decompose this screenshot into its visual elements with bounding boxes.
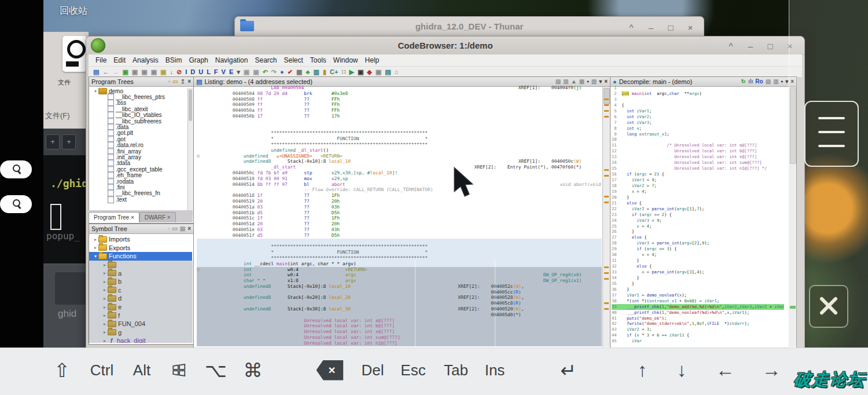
listing-row[interactable]: ****************************************… [197, 255, 602, 261]
tree-item-.bss[interactable]: .bss [89, 100, 186, 106]
tree-item-.got[interactable]: .got [89, 136, 186, 142]
program-tree-vscrollbar[interactable] [187, 88, 193, 217]
decompiler-line[interactable]: 8 int x; [612, 126, 784, 131]
toolbar-icon[interactable]: ▣ [141, 68, 147, 76]
tree-item-.eh_frame[interactable]: .eh_frame [89, 172, 186, 178]
listing-row[interactable]: Unresolved local var: int sum@[???] [197, 335, 602, 341]
tree-item-.data[interactable]: .data [89, 124, 186, 130]
listing-row[interactable]: 004005c8(R) [197, 301, 602, 306]
toolbar-icon[interactable]: ▣ [160, 68, 166, 76]
decompiler-line[interactable]: 5 int iVar1; [612, 108, 784, 114]
key-esc[interactable]: Esc [400, 348, 425, 392]
tree-item-.init_array[interactable]: .init_array [89, 154, 186, 160]
menu-file[interactable]: File [92, 56, 110, 64]
listing-row[interactable]: LAB_00400504 XREF[1]: 004004f0(j) [197, 85, 602, 91]
tree-item-__libc_IO_vtables[interactable]: __libc_IO_vtables [89, 112, 186, 118]
program-trees-header[interactable]: Program Trees ▫▭↥× [89, 77, 193, 87]
toolbar-icon[interactable]: ▣ [122, 68, 128, 76]
file-manager-icon[interactable] [62, 36, 87, 72]
toolbar-icon[interactable]: V [222, 68, 226, 76]
decompiler-line[interactable]: 15 Unresolved local var: int n1@[???] */ [612, 166, 784, 171]
tab-programtree[interactable]: Program Tree × [89, 212, 139, 222]
program-trees-header-icon[interactable]: ▭ [172, 78, 178, 85]
decompiler-line[interactable]: 19 x = 4; [612, 189, 784, 195]
tree-item-__libc_freeres_fn[interactable]: __libc_freeres_fn [89, 191, 186, 196]
tree-item-f[interactable]: ▸f [89, 311, 192, 320]
key-tab[interactable]: Tab [444, 348, 468, 392]
toolbar-icon[interactable]: I [185, 68, 187, 76]
toolbar-icon[interactable]: F [214, 68, 218, 76]
tree-item-.data.rel.ro[interactable]: .data.rel.ro [89, 142, 186, 148]
listing-row[interactable]: Unresolved local var: int n1@[???] [197, 341, 602, 346]
decompiler-line[interactable]: 9 long extraout_x1; [612, 131, 784, 137]
listing-row[interactable]: 0040051b d5 ?? D5h [197, 210, 602, 216]
toolbar-icon[interactable]: ▤ [93, 68, 99, 76]
tree-item-hack_digit[interactable]: ▸ƒhack_digit [89, 337, 192, 343]
listing-header-icon[interactable]: ▤ [556, 78, 561, 85]
tab-dwarf[interactable]: DWARF × [139, 212, 176, 222]
toolbar-icon[interactable]: ◆ [367, 68, 372, 76]
menu-bsim[interactable]: BSim [162, 56, 186, 64]
listing-row[interactable]: 0040051c 1f ?? 1Fh [197, 215, 602, 221]
tree-item-__libc_atexit[interactable]: __libc_atexit [89, 106, 186, 112]
menu-tools[interactable]: Tools [307, 56, 330, 64]
decompiler-header-icon[interactable]: ılı [748, 78, 753, 85]
window-control-minimize[interactable]: – [646, 23, 656, 32]
decompiler-line[interactable]: 30 x = 4; [612, 252, 784, 258]
key-backspace[interactable]: ✕ [317, 348, 344, 392]
listing-row[interactable] [197, 239, 602, 244]
floating-touch-button[interactable] [0, 160, 32, 178]
toolbar-icon[interactable]: ↷ [271, 68, 277, 76]
listing-row[interactable]: ⊟ undefined ▲<UNASSIGNED> <RETURN> [197, 153, 602, 159]
listing-row[interactable]: 00400510 fd 03 00 91 mov x29,sp [197, 176, 602, 182]
window-control-shade[interactable]: ^ [626, 23, 637, 32]
window-control-close[interactable]: × [785, 41, 795, 51]
decompiler-line[interactable]: 13 Unresolved local var: int x@[???] [612, 154, 784, 160]
listing-row[interactable]: ⊟ int w0:4 <RETURN> [197, 267, 602, 273]
listing-vscrollbar[interactable] [602, 87, 610, 347]
listing-row[interactable]: 00400504 08 7d 20 d4 brk #0x3e8 [197, 91, 602, 97]
listing-row[interactable]: undefined8 Stack[-0x20]:8 local_20 XREF[… [197, 295, 602, 301]
menu-search[interactable]: Search [251, 56, 280, 64]
tree-item-g[interactable]: ▸g [89, 328, 192, 337]
toolbar-icon[interactable]: ⌂ [395, 68, 399, 76]
listing-header-icon[interactable]: × [604, 78, 608, 85]
tree-item-.gcc_except_table[interactable]: .gcc_except_table [89, 166, 186, 172]
tree-item-__libc_freeres_ptrs[interactable]: __libc_freeres_ptrs [89, 94, 186, 100]
window-control-close[interactable]: × [685, 23, 696, 32]
decompiler-line[interactable]: 31 } [612, 258, 784, 264]
symbol-tree-header-icon[interactable]: ▤ [180, 225, 185, 232]
toolbar-icon[interactable]: ▣ [151, 68, 157, 76]
toolbar-icon[interactable]: ▮ [323, 68, 326, 76]
decompiler-line[interactable]: 6 int iVar2; [612, 114, 784, 120]
toolbar-icon[interactable]: ∷ [341, 68, 345, 76]
symbol-tree-header-icon[interactable]: ▫ [168, 225, 170, 232]
key-alt[interactable]: Alt [133, 348, 150, 392]
key-arrow-up[interactable]: ↑ [638, 348, 648, 392]
toolbar-icon[interactable]: L [207, 68, 211, 76]
key-command[interactable]: ⌘ [244, 348, 263, 392]
decompiler-header-icon[interactable]: × [790, 78, 794, 85]
listing-row[interactable]: 004005cc(R) [197, 290, 602, 295]
listing-row[interactable]: 00400508 ff ?? FFh [197, 97, 602, 103]
decompiler-line[interactable]: 35 } [612, 281, 784, 287]
decompiler-line[interactable]: 14 Unresolved local var: int sum@[???] [612, 160, 784, 166]
listing-row[interactable]: 0040050a ff ?? FFh [197, 108, 602, 114]
key-arrow-right[interactable]: → [762, 348, 781, 392]
decompiler-line[interactable]: 25 x = 4; [612, 224, 784, 229]
decompiler-line[interactable]: 24 iVar3 = 9; [612, 218, 784, 224]
decompiler-line[interactable]: 42 fwrite("demo_stderr=ok\n",1,0xf,(FILE… [612, 321, 784, 327]
toolbar-icon[interactable]: C+ [330, 68, 338, 76]
listing-row[interactable]: ****************************************… [197, 142, 602, 148]
listing-row[interactable]: * FUNCTION * [197, 250, 602, 255]
key-ctrl[interactable]: Ctrl [90, 348, 113, 392]
key-arrow-left[interactable]: ← [716, 348, 735, 392]
toolbar-icon[interactable]: ▥ [314, 68, 319, 76]
listing-header-icon[interactable]: ▲ [571, 78, 577, 85]
toolbar-icon[interactable]: ← [102, 68, 109, 76]
menu-window[interactable]: Window [330, 56, 362, 64]
listing-row[interactable]: 0040051f d5 ?? D5h [197, 233, 602, 239]
hamburger-menu-button[interactable] [804, 101, 859, 167]
listing-header-icon[interactable]: ▧ [591, 78, 597, 85]
decompiler-line[interactable]: 34 } [612, 275, 784, 281]
